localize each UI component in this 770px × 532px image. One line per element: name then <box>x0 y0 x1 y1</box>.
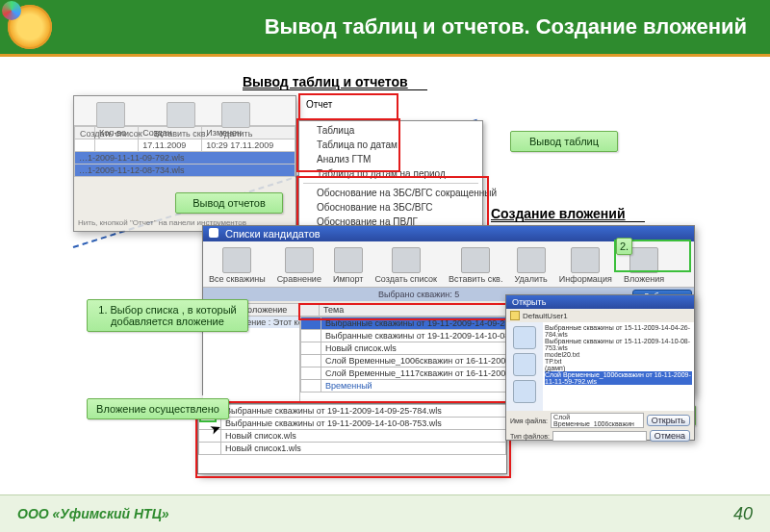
section-label-2: Создание вложений <box>491 206 645 222</box>
app-icon <box>209 228 218 238</box>
footer-org: ООО «Уфимский НТЦ» <box>17 506 169 521</box>
list-item[interactable]: Новый список.wls <box>199 430 506 443</box>
menu-item[interactable]: Таблица по датам на период <box>299 166 482 181</box>
place-icon[interactable] <box>513 380 536 403</box>
callout-reports: Вывод отчетов <box>175 192 283 214</box>
tb-delete[interactable]: Удалить <box>214 96 258 125</box>
bottom-window: 📎Выбранные скважины от 19-11-2009-14-09-… <box>197 403 507 474</box>
file-item[interactable]: TP.txt <box>545 358 692 365</box>
footer: ООО «Уфимский НТЦ» 40 <box>0 494 770 532</box>
callout-tables: Вывод таблиц <box>510 131 618 152</box>
menu-item[interactable]: Таблица <box>299 123 482 138</box>
open-button[interactable]: Открыть <box>647 415 690 426</box>
callout-step1: 1. Выбор списка , в который добавляется … <box>87 299 248 332</box>
filename-label: Имя файла: <box>510 418 548 424</box>
filetype-label: Тип файлов: <box>510 433 550 440</box>
main-stage: Вывод таблиц и отчетов Создание вложений… <box>0 57 770 494</box>
dialog-title: Открыть <box>506 295 694 309</box>
tb-compare[interactable]: Сравнение <box>271 241 327 287</box>
filename-input[interactable]: Слой Временные_1006скважин <box>551 413 644 428</box>
filetype-combo[interactable] <box>552 431 647 442</box>
top-row: 17.11.200910:29 17.11.2009 <box>75 139 295 152</box>
menu-item[interactable]: Анализ ГТМ <box>299 152 482 166</box>
tb-all[interactable]: Все скважины <box>203 241 271 287</box>
logo-icon <box>8 5 52 49</box>
list-item[interactable]: Новый список1.wls <box>199 443 506 455</box>
top-row: …1-2009-11-11-09-792.wls <box>75 152 295 165</box>
tb-import[interactable]: Импорт <box>327 241 369 287</box>
callout-step2: 2. <box>616 238 632 255</box>
tb-delete[interactable]: Удалить <box>508 241 552 287</box>
place-icon[interactable] <box>513 326 536 349</box>
file-dialog: Открыть DefaultUser1 Выбранные скважины … <box>505 294 695 441</box>
file-item[interactable]: (дамп) <box>545 365 692 371</box>
file-item[interactable]: Выбранные скважины от 15-11-2009-14-10-0… <box>545 338 692 351</box>
file-list[interactable]: Выбранные скважины от 15-11-2009-14-04-2… <box>543 322 694 411</box>
cancel-button[interactable]: Отмена <box>650 430 690 442</box>
tb-insert[interactable]: Вставить скв. <box>443 241 508 287</box>
page-number: 40 <box>733 504 753 524</box>
page-title: Вывод таблиц и отчетов. Создание вложени… <box>52 14 770 39</box>
lookin-combo[interactable]: DefaultUser1 <box>523 312 568 320</box>
file-item[interactable]: Выбранные скважины от 15-11-2009-14-04-2… <box>545 324 692 338</box>
places-bar[interactable] <box>506 322 543 411</box>
tb-info[interactable]: Информация <box>553 241 618 287</box>
file-item[interactable]: model20.txt <box>545 351 692 358</box>
callout-done: Вложение осуществлено <box>87 398 229 419</box>
section-label-1: Вывод таблиц и отчетов <box>243 74 427 90</box>
menu-item[interactable]: Таблица по датам <box>299 138 482 152</box>
status-bar: Выбрано скважин: 5 <box>378 290 459 299</box>
top-row: …1-2009-11-12-08-734.wls <box>75 165 295 177</box>
list-item[interactable]: Выбранные скважины от 19-11-2009-14-10-0… <box>199 418 506 430</box>
file-item-selected[interactable]: Слой Временные_1006скважин от 16-11-2009… <box>545 371 692 385</box>
place-icon[interactable] <box>513 353 536 376</box>
tb-create[interactable]: Создать список <box>74 96 148 125</box>
menu-item[interactable]: Обоснование на ЗБС/ВГС сокращенный <box>299 186 482 200</box>
menu-item[interactable]: Обоснование на ЗБС/ВГС <box>299 200 482 215</box>
tb-insert[interactable]: Вставить скв. <box>148 96 214 125</box>
report-button[interactable]: Отчет <box>300 95 397 114</box>
tb-create[interactable]: Создать список <box>369 241 443 287</box>
folder-icon <box>510 311 520 320</box>
list-item[interactable]: 📎Выбранные скважины от 19-11-2009-14-09-… <box>199 405 506 418</box>
